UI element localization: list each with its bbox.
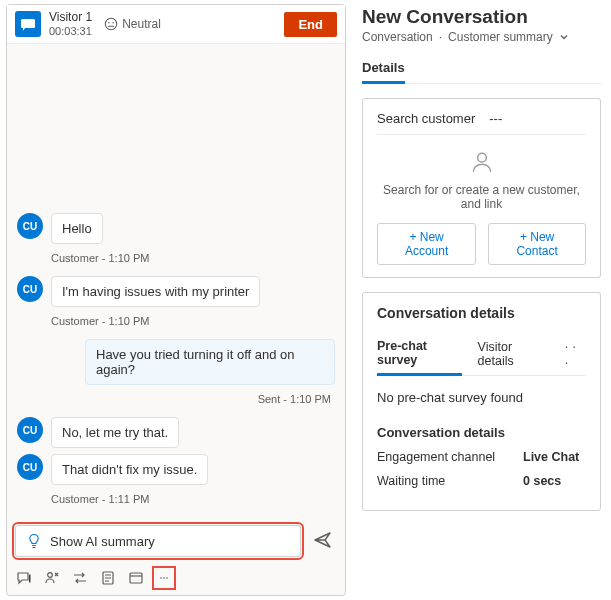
- breadcrumb-item: Conversation: [362, 30, 433, 44]
- subtab-more-icon[interactable]: · · ·: [560, 338, 586, 370]
- message-bubble: Hello: [51, 213, 103, 244]
- chat-toolbar: [7, 565, 345, 595]
- details-panel: New Conversation Conversation · Customer…: [350, 0, 611, 600]
- tab-prechat-survey[interactable]: Pre-chat survey: [377, 333, 462, 376]
- new-contact-button[interactable]: + New Contact: [488, 223, 586, 265]
- customer-empty-text: Search for or create a new customer, and…: [377, 183, 586, 211]
- card-title: Conversation details: [377, 305, 586, 321]
- send-icon: [313, 530, 333, 550]
- breadcrumb: Conversation · Customer summary: [362, 30, 601, 44]
- breadcrumb-item[interactable]: Customer summary: [448, 30, 553, 44]
- consult-icon[interactable]: [43, 569, 61, 587]
- svg-point-11: [477, 153, 486, 162]
- svg-point-10: [166, 577, 168, 579]
- input-area: Show AI summary: [7, 517, 345, 565]
- kv-row: Engagement channel Live Chat: [377, 450, 586, 464]
- tab-details[interactable]: Details: [362, 54, 405, 84]
- message-bubble: No, let me try that.: [51, 417, 179, 448]
- more-actions-icon[interactable]: [155, 569, 173, 587]
- ai-summary-label: Show AI summary: [50, 534, 155, 549]
- svg-point-3: [113, 22, 115, 24]
- sentiment-label: Neutral: [122, 17, 161, 31]
- conversation-details-heading: Conversation details: [377, 425, 586, 440]
- search-customer-label: Search customer: [377, 111, 475, 126]
- kv-row: Waiting time 0 secs: [377, 474, 586, 488]
- waiting-time-value: 0 secs: [523, 474, 561, 488]
- sentiment-indicator: Neutral: [104, 17, 161, 31]
- engagement-channel-value: Live Chat: [523, 450, 579, 464]
- search-customer-value[interactable]: ---: [489, 111, 502, 126]
- customer-avatar: CU: [17, 213, 43, 239]
- end-button[interactable]: End: [284, 12, 337, 37]
- svg-point-5: [48, 573, 53, 578]
- conversation-subtabs: Pre-chat survey Visitor details · · ·: [377, 333, 586, 376]
- svg-point-2: [108, 22, 110, 24]
- message-meta: Customer - 1:11 PM: [51, 493, 335, 505]
- neutral-face-icon: [104, 17, 118, 31]
- engagement-channel-label: Engagement channel: [377, 450, 507, 464]
- waiting-time-label: Waiting time: [377, 474, 507, 488]
- customer-avatar: CU: [17, 454, 43, 480]
- quick-reply-icon[interactable]: [15, 569, 33, 587]
- message-bubble: Have you tried turning it off and on aga…: [85, 339, 335, 385]
- send-button[interactable]: [309, 527, 337, 555]
- prechat-empty-text: No pre-chat survey found: [377, 390, 586, 405]
- message-row: CU Hello: [17, 213, 335, 244]
- visitor-name: Visitor 1: [49, 11, 92, 25]
- svg-point-8: [160, 577, 162, 579]
- lightbulb-icon: [26, 533, 42, 549]
- main-tabs: Details: [362, 54, 601, 84]
- customer-avatar: CU: [17, 417, 43, 443]
- new-account-button[interactable]: + New Account: [377, 223, 476, 265]
- svg-point-1: [105, 19, 116, 30]
- chat-icon: [15, 11, 41, 37]
- page-title: New Conversation: [362, 6, 601, 28]
- message-meta: Sent - 1:10 PM: [17, 393, 331, 405]
- person-icon: [469, 149, 495, 175]
- message-row: CU No, let me try that.: [17, 417, 335, 448]
- show-ai-summary-button[interactable]: Show AI summary: [15, 525, 301, 557]
- message-row: CU I'm having issues with my printer: [17, 276, 335, 307]
- message-meta: Customer - 1:10 PM: [51, 252, 335, 264]
- knowledge-icon[interactable]: [127, 569, 145, 587]
- chat-panel: Visitor 1 00:03:31 Neutral End CU Hello …: [6, 4, 346, 596]
- chat-transcript: CU Hello Customer - 1:10 PM CU I'm havin…: [7, 44, 345, 517]
- visitor-timer: 00:03:31: [49, 25, 92, 38]
- tab-visitor-details[interactable]: Visitor details: [478, 334, 545, 374]
- message-bubble: That didn't fix my issue.: [51, 454, 208, 485]
- chat-header: Visitor 1 00:03:31 Neutral End: [7, 5, 345, 44]
- message-meta: Customer - 1:10 PM: [51, 315, 335, 327]
- customer-avatar: CU: [17, 276, 43, 302]
- transfer-icon[interactable]: [71, 569, 89, 587]
- message-row: CU That didn't fix my issue.: [17, 454, 335, 485]
- message-row: Have you tried turning it off and on aga…: [17, 339, 335, 385]
- svg-rect-7: [130, 573, 142, 583]
- conversation-details-card: Conversation details Pre-chat survey Vis…: [362, 292, 601, 511]
- notes-icon[interactable]: [99, 569, 117, 587]
- message-bubble: I'm having issues with my printer: [51, 276, 260, 307]
- chevron-down-icon[interactable]: [559, 32, 569, 42]
- svg-point-9: [163, 577, 165, 579]
- customer-card: Search customer --- Search for or create…: [362, 98, 601, 278]
- customer-empty-state: Search for or create a new customer, and…: [377, 149, 586, 265]
- svg-rect-0: [21, 19, 35, 28]
